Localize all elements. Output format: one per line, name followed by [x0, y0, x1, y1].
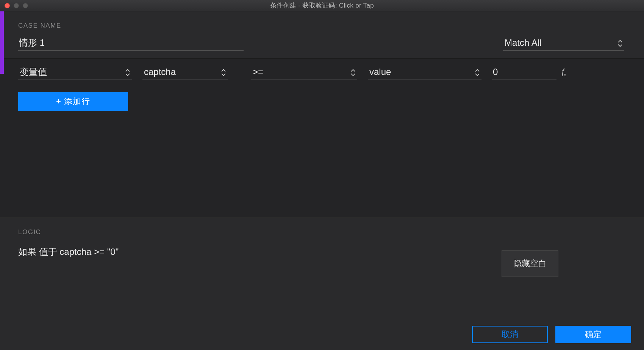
case-name-label: CASE NAME [18, 22, 245, 30]
match-mode-value: Match All [505, 38, 541, 48]
condition-source-value: value [369, 67, 391, 77]
hide-blank-button[interactable]: 隐藏空白 [502, 250, 558, 277]
dialog-footer: 取消 确定 [472, 326, 631, 343]
ok-button[interactable]: 确定 [555, 326, 631, 343]
case-section: CASE NAME Match All 变量值 [0, 11, 644, 217]
conditions-area: 变量值 captcha >= [0, 58, 644, 217]
match-mode-select[interactable]: Match All [503, 36, 624, 51]
condition-type-value: 变量值 [20, 66, 47, 78]
add-row-button[interactable]: + 添加行 [18, 92, 128, 111]
chevron-updown-icon [125, 69, 130, 76]
maximize-window-button[interactable] [23, 3, 28, 8]
condition-row: 变量值 captcha >= [18, 66, 626, 80]
chevron-updown-icon [350, 69, 356, 76]
chevron-updown-icon [221, 69, 226, 76]
chevron-updown-icon [617, 39, 623, 47]
logic-label: LOGIC [18, 228, 626, 236]
condition-source-select[interactable]: value [368, 66, 481, 80]
condition-variable-value: captcha [144, 67, 176, 77]
chevron-updown-icon [475, 69, 480, 76]
condition-operator-value: >= [253, 67, 263, 77]
condition-operator-select[interactable]: >= [251, 66, 357, 80]
minimize-window-button[interactable] [14, 3, 19, 8]
case-name-input[interactable] [18, 36, 244, 51]
condition-value-input[interactable] [492, 66, 556, 80]
traffic-lights [5, 3, 28, 8]
close-window-button[interactable] [5, 3, 10, 8]
logic-section: LOGIC 如果 值于 captcha >= "0" 隐藏空白 取消 确定 [0, 217, 644, 350]
fx-icon[interactable]: fx [562, 67, 566, 80]
window-titlebar: 条件创建 - 获取验证码: Click or Tap [0, 0, 644, 11]
selection-indicator [0, 11, 4, 74]
cancel-button[interactable]: 取消 [472, 326, 548, 343]
condition-variable-select[interactable]: captcha [142, 66, 228, 80]
condition-type-select[interactable]: 变量值 [18, 66, 132, 80]
window-title: 条件创建 - 获取验证码: Click or Tap [0, 1, 644, 10]
